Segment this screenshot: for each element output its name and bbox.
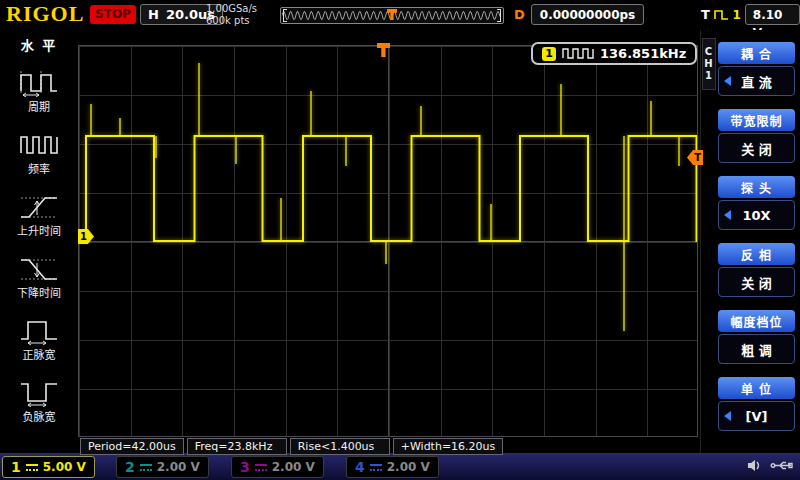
channel-menu: CH1 耦 合 直 流 带宽限制 关 闭 探 头 10X — [700, 30, 800, 453]
menu-item-unit[interactable]: 单 位 [V] — [718, 377, 795, 431]
expand-left-arrow-icon — [724, 411, 731, 421]
menu-value-probe[interactable]: 10X — [718, 200, 795, 230]
dc-coupling-icon — [26, 464, 38, 471]
measure-item-period[interactable]: 周期 — [0, 54, 78, 116]
positive-width-icon — [17, 317, 61, 345]
trigger-level-value: 8.10 V — [745, 4, 800, 25]
measure-item-label: 周期 — [28, 98, 50, 114]
measure-item-label: 负脉宽 — [23, 408, 56, 424]
menu-value-text: 10X — [742, 208, 770, 223]
menu-value-text: 关 闭 — [741, 273, 772, 292]
window-bracket-right-icon — [497, 9, 501, 22]
trigger-status: T 1 8.10 V — [701, 4, 800, 25]
channel1-status[interactable]: 1 5.00 V — [2, 456, 95, 478]
memory-depth: 600k pts — [206, 15, 257, 27]
menu-value-text: [V] — [746, 409, 768, 424]
menu-label-bandwidth[interactable]: 带宽限制 — [718, 109, 795, 131]
menu-item-bandwidth-limit[interactable]: 带宽限制 关 闭 — [718, 109, 795, 163]
top-status-bar: RIGOL STOP H 20.0us 1.00GSa/s 600k pts D… — [0, 0, 800, 30]
sample-rate: 1.00GSa/s — [206, 3, 257, 15]
measurement-frequency: Freq=23.8kHz — [187, 438, 287, 455]
measurement-readouts: Period=42.00us Freq=23.8kHz Rise<1.400us… — [80, 438, 503, 455]
channel-number: 4 — [355, 459, 365, 475]
measure-item-label: 正脉宽 — [23, 346, 56, 362]
measurement-pos-width: +Width=16.20us — [393, 438, 504, 455]
waveform-display — [78, 45, 698, 437]
channel-status-bar: 1 5.00 V 2 2.00 V 3 2.00 V 4 2.00 V — [0, 453, 800, 480]
menu-item-probe[interactable]: 探 头 10X — [718, 176, 795, 230]
channel2-status[interactable]: 2 2.00 V — [116, 456, 209, 478]
trigger-pulse-icon — [714, 9, 729, 20]
oscilloscope-screen: RIGOL STOP H 20.0us 1.00GSa/s 600k pts D… — [0, 0, 800, 480]
menu-value-coupling[interactable]: 直 流 — [718, 66, 795, 96]
channel3-status[interactable]: 3 2.00 V — [231, 456, 324, 478]
trigger-source-channel: 1 — [732, 8, 740, 22]
dc-coupling-icon — [255, 464, 267, 471]
measure-item-rise-time[interactable]: 上升时间 — [0, 178, 78, 240]
menu-item-invert[interactable]: 反 相 关 闭 — [718, 243, 795, 297]
measure-item-label: 上升时间 — [17, 222, 61, 238]
square-wave-icon — [562, 48, 594, 59]
measurement-period: Period=42.00us — [80, 438, 184, 455]
brand-logo: RIGOL — [6, 1, 84, 27]
menu-label-scale-mode[interactable]: 幅度档位 — [718, 310, 795, 332]
expand-left-arrow-icon — [724, 210, 731, 220]
counter-channel-badge: 1 — [542, 47, 556, 61]
measure-menu: 水 平 周期 频率 上升时间 — [0, 30, 78, 453]
menu-value-bandwidth[interactable]: 关 闭 — [718, 133, 795, 163]
dc-coupling-icon — [140, 464, 152, 471]
horizontal-label: H — [148, 7, 159, 22]
measure-menu-title: 水 平 — [0, 35, 78, 54]
menu-value-text: 直 流 — [741, 72, 772, 91]
channel-number: 2 — [125, 459, 135, 475]
channel-menu-tab: CH1 — [702, 38, 716, 90]
channel-scale: 2.00 V — [157, 460, 200, 474]
expand-left-arrow-icon — [724, 76, 731, 86]
channel-scale: 2.00 V — [387, 460, 430, 474]
menu-label-invert[interactable]: 反 相 — [718, 243, 795, 265]
delay-label: D — [514, 7, 525, 22]
menu-item-coupling[interactable]: 耦 合 直 流 — [718, 42, 795, 96]
fall-time-icon — [17, 255, 61, 283]
run-state-badge: STOP — [90, 5, 136, 24]
delay-status: D 0.00000000ps — [514, 4, 644, 25]
measure-item-positive-width[interactable]: 正脉宽 — [0, 302, 78, 364]
channel-number: 3 — [240, 459, 250, 475]
period-icon — [17, 69, 61, 97]
channel-scale: 2.00 V — [272, 460, 315, 474]
menu-label-unit[interactable]: 单 位 — [718, 377, 795, 399]
menu-value-scale-mode[interactable]: 粗 调 — [718, 334, 795, 364]
menu-item-volts-scale-mode[interactable]: 幅度档位 粗 调 — [718, 310, 795, 364]
measure-item-frequency[interactable]: 频率 — [0, 116, 78, 178]
channel4-status[interactable]: 4 2.00 V — [346, 456, 439, 478]
dc-coupling-icon — [370, 464, 382, 471]
acquisition-info: 1.00GSa/s 600k pts — [206, 3, 257, 27]
frequency-icon — [17, 131, 61, 159]
measure-item-label: 下降时间 — [17, 284, 61, 300]
frequency-counter-badge: 1 136.851kHz — [531, 42, 697, 65]
channel-number: 1 — [11, 459, 21, 475]
sound-icon — [747, 459, 762, 472]
delay-value: 0.00000000ps — [531, 4, 644, 25]
measure-item-label: 频率 — [28, 160, 50, 176]
waveform-position-bar[interactable] — [280, 7, 504, 24]
measurement-rise: Rise<1.400us — [290, 438, 390, 455]
trigger-label: T — [701, 7, 710, 22]
usb-icon — [770, 459, 794, 472]
menu-value-text: 粗 调 — [741, 340, 772, 359]
measure-item-negative-width[interactable]: 负脉宽 — [0, 364, 78, 426]
window-bracket-left-icon — [283, 9, 287, 22]
menu-value-text: 关 闭 — [741, 139, 772, 158]
counter-frequency-value: 136.851kHz — [600, 46, 686, 61]
menu-value-unit[interactable]: [V] — [718, 401, 795, 431]
system-icons — [747, 459, 794, 472]
ch1-trace — [79, 46, 697, 436]
measure-item-fall-time[interactable]: 下降时间 — [0, 240, 78, 302]
negative-width-icon — [17, 379, 61, 407]
menu-label-coupling[interactable]: 耦 合 — [718, 42, 795, 64]
menu-value-invert[interactable]: 关 闭 — [718, 267, 795, 297]
channel-scale: 5.00 V — [43, 460, 86, 474]
rise-time-icon — [17, 193, 61, 221]
menu-label-probe[interactable]: 探 头 — [718, 176, 795, 198]
